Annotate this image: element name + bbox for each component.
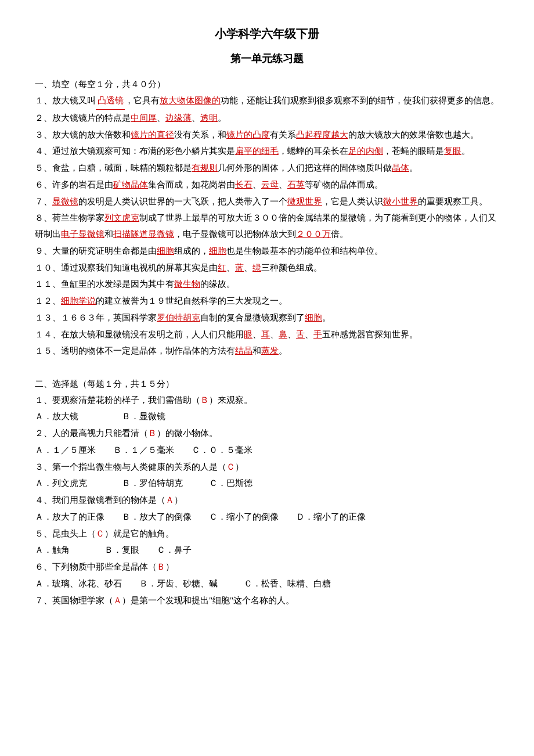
c2-options: Ａ．１／５厘米 Ｂ．１／５毫米 Ｃ．０．５毫米 [35,442,499,459]
q9: ９、大量的研究证明生命都是由细胞组成的，细胞也是生物最基本的功能单位和结构单位。 [35,243,499,260]
c1: １、要观察清楚花粉的样子，我们需借助（Ｂ）来观察。 [35,393,499,409]
q1: １、放大镜又叫凸透镜，它具有放大物体图像的功能，还能让我们观察到很多观察不到的细… [35,93,499,110]
main-title: 小学科学六年级下册 [35,23,499,45]
c5: ５、昆虫头上（Ｃ）就是它的触角。 [35,526,499,542]
q14: １４、在放大镜和显微镜没有发明之前，人人们只能用眼、耳、鼻、舌、手五种感觉器官探… [35,327,499,343]
q15: １５、透明的物体不一定是晶体，制作晶体的方法有结晶和蒸发。 [35,343,499,359]
q10: １０、通过观察我们知道电视机的屏幕其实是由红、蓝、绿三种颜色组成。 [35,260,499,276]
c7: ７、英国物理学家（Ａ）是第一个发现和提出"细胞"这个名称的人。 [35,593,499,609]
c5-options: Ａ．触角 Ｂ．复眼 Ｃ．鼻子 [35,542,499,559]
c3-options: Ａ．列文虎克 Ｂ．罗伯特胡克 Ｃ．巴斯德 [35,476,499,492]
c6-options: Ａ．玻璃、冰花、砂石 Ｂ．牙齿、砂糖、碱 Ｃ．松香、味精、白糖 [35,576,499,592]
c1-options: Ａ．放大镜 Ｂ．显微镜 [35,409,499,425]
q7: ７、显微镜的发明是人类认识世界的一大飞跃，把人类带入了一个微观世界，它是人类认识… [35,194,499,210]
section-fill-header: 一、填空（每空１分，共４０分） [35,77,499,93]
choice-questions: １、要观察清楚花粉的样子，我们需借助（Ｂ）来观察。 Ａ．放大镜 Ｂ．显微镜 ２、… [35,393,499,609]
q2: ２、放大镜镜片的特点是中间厚、边缘薄、透明。 [35,110,499,127]
q12: １２、细胞学说的建立被誉为１９世纪自然科学的三大发现之一。 [35,293,499,309]
sub-title: 第一单元练习题 [35,49,499,69]
q6: ６、许多的岩石是由矿物晶体集合而成，如花岗岩由长石、云母、石英等矿物的晶体而成。 [35,177,499,193]
c4: ４、我们用显微镜看到的物体是（Ａ） [35,492,499,509]
c6: ６、下列物质中那些全是晶体（Ｂ） [35,559,499,575]
q8: ８、荷兰生物学家列文虎克制成了世界上最早的可放大近３００倍的金属结果的显微镜，为… [35,210,499,243]
c3: ３、第一个指出微生物与人类健康的关系的人是（Ｃ） [35,459,499,476]
q4: ４、通过放大镜观察可知：布满的彩色小鳞片其实是扁平的细毛，蟋蟀的耳朵长在足的内侧… [35,143,499,160]
q13: １３、１６６３年，英国科学家罗伯特胡克自制的复合显微镜观察到了细胞。 [35,310,499,326]
q11: １１、鱼缸里的水发绿是因为其中有微生物的缘故。 [35,276,499,293]
fill-questions: １、放大镜又叫凸透镜，它具有放大物体图像的功能，还能让我们观察到很多观察不到的细… [35,93,499,359]
c4-options: Ａ．放大了的正像 Ｂ．放大了的倒像 Ｃ．缩小了的倒像 Ｄ．缩小了的正像 [35,509,499,525]
section-choice-header: 二、选择题（每题１分，共１５分） [35,376,499,393]
q5: ５、食盐，白糖，碱面，味精的颗粒都是有规则几何外形的固体，人们把这样的固体物质叫… [35,160,499,177]
q3: ３、放大镜的放大倍数和镜片的直径没有关系，和镜片的凸度有关系凸起程度越大的放大镜… [35,127,499,143]
c2: ２、人的最高视力只能看清（Ｂ）的微小物体。 [35,426,499,442]
